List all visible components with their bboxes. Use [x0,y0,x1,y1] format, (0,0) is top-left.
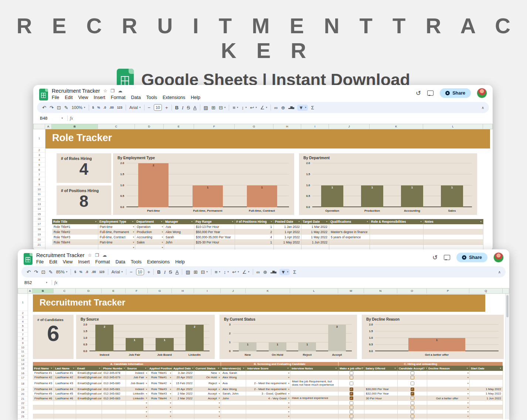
menu-extensions[interactable]: Extensions [163,95,185,100]
dropdown-arrow-icon[interactable]: ▾ [288,372,289,375]
italic-icon[interactable]: I [182,105,183,110]
row-header-11[interactable]: 11 [33,192,45,197]
checkbox-unchecked[interactable] [411,396,414,400]
functions-icon[interactable]: Σ [311,105,314,110]
filter-icon[interactable]: ▼ [217,367,220,369]
print-icon[interactable]: ⊡ [41,270,45,274]
cell-applied-position[interactable]: Role Title#1▾ [148,375,172,380]
name-box[interactable]: B48 ▾ [37,116,65,120]
cell-employment-type[interactable]: Full-time, Contract▾ [98,235,135,240]
cell-phone-numbe[interactable]: 012-345-680 [102,380,126,387]
cell-applied-date[interactable]: 2 Mar 2022 [172,396,194,401]
column-header-k[interactable]: K [246,288,290,294]
checkbox-unchecked[interactable] [350,376,353,379]
dropdown-arrow-icon[interactable]: ▾ [288,406,289,409]
cell-make-a-job-offer-[interactable] [339,414,364,419]
cell-phone-numbe[interactable]: 012-345-678 [102,371,126,375]
cell-decline-reason[interactable]: ▾ [427,405,470,410]
cell-candidate-accept-[interactable] [398,419,427,419]
row-header-16[interactable]: 16 [33,216,45,222]
cell-start-date[interactable] [470,371,503,375]
filter-icon[interactable]: ▼ [94,221,97,223]
insert-comment-icon[interactable]: ⊕ [281,105,285,110]
menu-data[interactable]: Data [115,259,125,264]
dropdown-arrow-icon[interactable]: ▾ [170,388,171,391]
row-header-20[interactable]: 20 [33,237,45,242]
share-button[interactable]: Share [440,88,471,98]
toolbar-collapse-icon[interactable]: ∧ [498,270,501,274]
cell-last-name[interactable] [54,401,76,405]
increase-font-size-icon[interactable]: + [147,270,150,274]
cell-employment-type[interactable]: Part-time▾ [98,224,135,229]
cell-candidate-accept-[interactable] [398,371,427,375]
document-title[interactable]: Recruitment Tracker [52,88,100,94]
dropdown-arrow-icon[interactable]: ▾ [219,410,220,413]
menu-view[interactable]: View [78,95,88,100]
cell-salary-offered[interactable] [364,405,398,410]
cell-role-title[interactable] [52,245,98,249]
cell-interview-notes[interactable] [290,392,339,396]
row-header-11[interactable]: 11 [18,349,28,354]
cell-interview-score[interactable]: ▾ [246,410,290,414]
cell-email[interactable] [76,419,102,419]
document-title[interactable]: Recruitment Tracker [36,252,85,258]
menu-view[interactable]: View [63,259,73,264]
cell-email[interactable]: Email6@gmail.com [76,396,102,401]
sheets-file-icon[interactable] [24,253,33,265]
cell-interview-score[interactable]: ▾ [246,401,290,405]
filter-icon[interactable]: ▼ [466,367,468,369]
row-header-1[interactable]: 1 [18,294,28,311]
cell-decline-reason[interactable]: Get a better offer▾ [427,396,470,401]
column-header-h[interactable]: H [273,124,301,129]
dropdown-arrow-icon[interactable]: ▾ [467,410,469,413]
cell-last-name[interactable] [54,410,76,414]
column-header-interviewer-s-[interactable]: Interviewer(s)▼ [221,366,246,371]
dropdown-arrow-icon[interactable]: ▾ [162,231,163,233]
cell-first-name[interactable] [33,405,54,410]
cell-interview-score[interactable]: ▾ [246,375,290,380]
zoom-select[interactable]: 85%▾ [56,270,68,274]
decrease-font-size-icon[interactable]: − [130,270,133,274]
cell-applied-position[interactable]: Role Title#4▾ [148,396,172,401]
cell-candidate-accept-[interactable] [398,375,427,380]
avatar[interactable] [494,253,503,262]
column-header-o[interactable]: O [397,288,427,294]
increase-font-size-icon[interactable]: + [165,105,168,110]
row-header-13[interactable]: 13 [18,358,28,363]
currency-format-icon[interactable]: $ [74,270,76,274]
cell-salary-offered[interactable] [364,371,398,375]
cell-interview-notes[interactable] [290,375,339,380]
cell-start-date[interactable] [470,401,503,405]
row-header-12[interactable]: 12 [18,354,28,358]
dropdown-arrow-icon[interactable]: ▾ [219,419,220,420]
row-header-22[interactable]: 22 [18,401,28,406]
font-select[interactable]: Arial▾ [112,270,123,274]
cell-phone-numbe[interactable]: 012-345-679 [102,375,126,380]
cell-start-date[interactable]: 1 May 2022 [470,387,503,392]
dropdown-arrow-icon[interactable]: ▾ [133,225,134,228]
cell-posted-date[interactable]: 1 Jan 2022 [274,224,302,229]
dropdown-arrow-icon[interactable]: ▾ [146,397,147,400]
star-icon[interactable]: ☆ [103,88,108,93]
cell-role-title[interactable]: Role Title#3 [52,235,98,240]
filter-icon[interactable]: ▼ [98,367,101,369]
cell-pay-range[interactable]: $50,000 Per Year [194,229,235,235]
cell-first-name[interactable] [33,410,54,414]
menu-format[interactable]: Format [111,95,126,100]
cell-decline-reason[interactable]: ▾ [427,419,470,419]
cell-decline-reason[interactable]: ▾ [427,375,470,380]
cell--of-positions-hiring[interactable]: 4 [235,235,274,240]
cell-applied-position[interactable]: ▾ [148,401,172,405]
dropdown-arrow-icon[interactable]: ▾ [162,225,163,228]
dropdown-arrow-icon[interactable]: ▾ [170,415,171,418]
cell-interview-notes[interactable] [290,414,339,419]
row-header-7[interactable]: 7 [33,172,45,177]
column-header-a[interactable]: A [28,288,33,294]
cell-make-a-job-offer-[interactable]: ✓ [339,396,364,401]
dropdown-arrow-icon[interactable]: ▾ [146,406,147,409]
cell-qualifications[interactable] [329,224,370,229]
cell-current-status[interactable]: ▾ [194,405,221,410]
cell-last-name[interactable]: LastName #3 [54,380,76,387]
cell-make-a-job-offer-[interactable] [339,401,364,405]
dropdown-arrow-icon[interactable]: ▾ [467,419,469,420]
